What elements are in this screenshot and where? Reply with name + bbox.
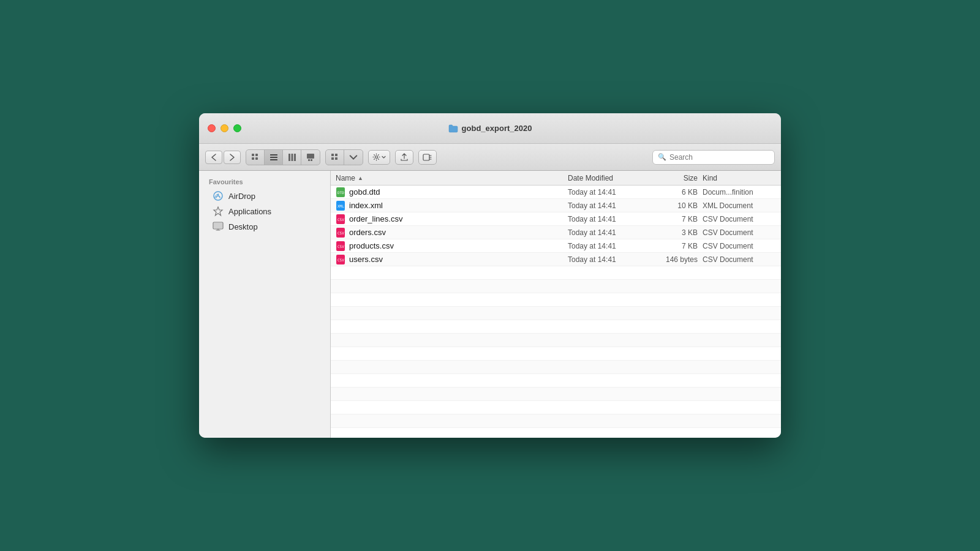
- grid-view-button[interactable]: [326, 150, 344, 165]
- chevron-down-icon[interactable]: [344, 150, 363, 165]
- file-name: order_lines.csv: [349, 214, 568, 223]
- svg-text:XML: XML: [337, 204, 344, 208]
- traffic-lights: [208, 124, 241, 132]
- file-icon: XML: [336, 201, 345, 211]
- file-icon: CSV: [336, 255, 345, 264]
- close-button[interactable]: [208, 124, 216, 132]
- svg-text:CSV: CSV: [337, 244, 344, 249]
- col-kind-header[interactable]: Kind: [703, 174, 776, 182]
- file-kind: Docum...finition: [703, 188, 776, 197]
- file-rows-container: DTD gobd.dtd Today at 14:41 6 KB Docum..…: [331, 186, 781, 266]
- file-modified: Today at 14:41: [568, 242, 654, 250]
- maximize-button[interactable]: [233, 124, 241, 132]
- gallery-view-button[interactable]: [301, 150, 320, 165]
- minimize-button[interactable]: [221, 124, 228, 132]
- file-modified: Today at 14:41: [568, 228, 654, 237]
- file-icon: CSV: [336, 228, 345, 238]
- back-button[interactable]: [205, 151, 222, 164]
- col-name-header[interactable]: Name ▲: [336, 174, 568, 182]
- empty-row: [331, 293, 781, 307]
- view-toggle-group: [325, 149, 363, 165]
- applications-icon: [213, 206, 224, 217]
- list-view-button[interactable]: [265, 150, 283, 165]
- svg-rect-6: [270, 159, 277, 160]
- svg-rect-8: [291, 154, 293, 161]
- file-kind: CSV Document: [703, 228, 776, 237]
- file-size: 10 KB: [654, 201, 703, 210]
- nav-buttons: [205, 151, 241, 164]
- desktop-label: Desktop: [228, 222, 258, 231]
- empty-row: [331, 374, 781, 388]
- desktop-icon: [213, 221, 224, 232]
- sidebar-section-title: Favourites: [199, 176, 330, 188]
- file-kind: XML Document: [703, 201, 776, 210]
- file-modified: Today at 14:41: [568, 201, 654, 210]
- svg-text:DTD: DTD: [337, 190, 344, 195]
- sidebar-item-applications[interactable]: Applications: [203, 204, 326, 219]
- search-bar[interactable]: 🔍: [652, 150, 775, 165]
- empty-row: [331, 361, 781, 374]
- svg-rect-9: [294, 154, 296, 161]
- file-kind: CSV Document: [703, 242, 776, 250]
- share-button[interactable]: [395, 150, 413, 165]
- svg-rect-13: [331, 154, 334, 156]
- empty-row: [331, 388, 781, 401]
- svg-rect-7: [288, 154, 290, 161]
- file-size: 7 KB: [654, 242, 703, 250]
- file-modified: Today at 14:41: [568, 188, 654, 197]
- file-list-area: Name ▲ Date Modified Size Kind DTD gobd.…: [331, 171, 781, 438]
- svg-rect-4: [270, 154, 277, 156]
- column-view-button[interactable]: [283, 150, 301, 165]
- svg-rect-14: [335, 154, 337, 156]
- tag-button[interactable]: [418, 150, 437, 165]
- col-modified-header[interactable]: Date Modified: [568, 174, 654, 182]
- forward-button[interactable]: [224, 151, 241, 164]
- table-row[interactable]: CSV orders.csv Today at 14:41 3 KB CSV D…: [331, 226, 781, 239]
- svg-rect-2: [252, 157, 254, 160]
- icon-view-button[interactable]: [246, 150, 265, 165]
- file-icon: CSV: [336, 241, 345, 251]
- empty-row: [331, 307, 781, 320]
- file-name: products.csv: [349, 241, 568, 250]
- empty-row: [331, 414, 781, 428]
- svg-rect-18: [423, 154, 429, 160]
- svg-rect-0: [252, 154, 254, 156]
- table-row[interactable]: CSV order_lines.csv Today at 14:41 7 KB …: [331, 212, 781, 226]
- empty-row: [331, 320, 781, 334]
- search-input[interactable]: [669, 153, 769, 162]
- airdrop-icon: [213, 190, 224, 201]
- svg-text:CSV: CSV: [337, 217, 344, 222]
- svg-rect-5: [270, 157, 277, 158]
- main-content: Favourites AirDrop: [199, 171, 781, 438]
- file-modified: Today at 14:41: [568, 215, 654, 223]
- airdrop-label: AirDrop: [228, 192, 255, 201]
- svg-text:CSV: CSV: [337, 258, 344, 262]
- sidebar-item-airdrop[interactable]: AirDrop: [203, 189, 326, 203]
- sidebar: Favourites AirDrop: [199, 171, 331, 438]
- finder-window: gobd_export_2020: [199, 113, 781, 438]
- file-modified: Today at 14:41: [568, 255, 654, 264]
- table-row[interactable]: CSV users.csv Today at 14:41 146 bytes C…: [331, 253, 781, 266]
- file-kind: CSV Document: [703, 215, 776, 223]
- empty-row: [331, 347, 781, 361]
- empty-row: [331, 266, 781, 280]
- file-name: users.csv: [349, 255, 568, 264]
- table-row[interactable]: CSV products.csv Today at 14:41 7 KB CSV…: [331, 239, 781, 253]
- folder-icon: [448, 124, 458, 133]
- svg-rect-3: [255, 157, 258, 160]
- file-icon: DTD: [336, 187, 345, 197]
- empty-rows: [331, 266, 781, 438]
- search-icon: 🔍: [658, 153, 666, 161]
- gear-button[interactable]: [368, 150, 390, 165]
- sidebar-item-desktop[interactable]: Desktop: [203, 219, 326, 234]
- svg-point-17: [375, 156, 378, 159]
- table-row[interactable]: XML index.xml Today at 14:41 10 KB XML D…: [331, 199, 781, 212]
- svg-text:CSV: CSV: [337, 231, 344, 235]
- svg-rect-10: [307, 154, 314, 159]
- empty-row: [331, 334, 781, 347]
- table-row[interactable]: DTD gobd.dtd Today at 14:41 6 KB Docum..…: [331, 186, 781, 199]
- svg-rect-12: [311, 159, 312, 161]
- file-size: 6 KB: [654, 188, 703, 197]
- col-size-header[interactable]: Size: [654, 174, 703, 182]
- title-bar-content: gobd_export_2020: [448, 124, 532, 133]
